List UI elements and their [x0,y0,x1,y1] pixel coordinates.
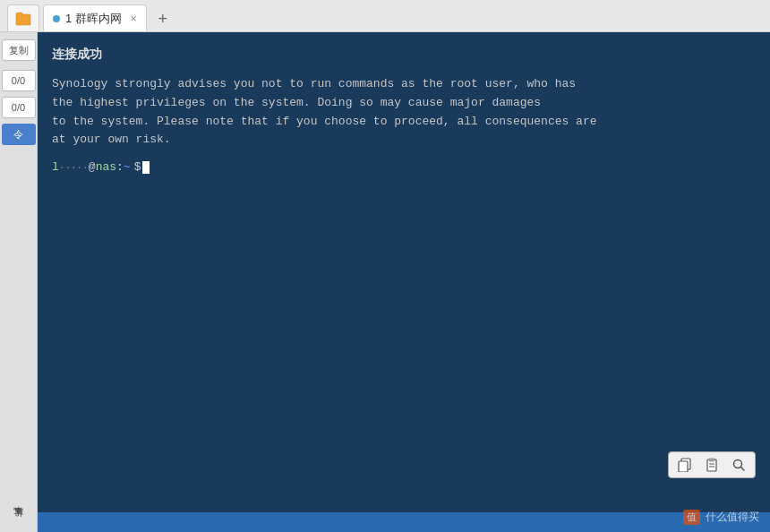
tab-session[interactable]: 1 群晖内网 × [43,4,147,31]
collapse-arrow[interactable]: ▼ [13,503,25,518]
counter-2: 0/0 [2,97,36,118]
cursor [142,161,150,174]
svg-rect-1 [679,461,688,472]
tab-status-dot [53,15,60,22]
tab-close-button[interactable]: × [131,13,137,25]
watermark: 值 什么值得买 [683,510,759,525]
tab-bar: 1 群晖内网 × + [0,0,770,32]
cmd-button[interactable]: 令 [2,124,36,145]
connected-message: 连接成功 [52,47,756,63]
tab-label: 1 群晖内网 [65,11,122,27]
main-area: 复制 0/0 0/0 令 ▼ 本机 连接成功 Synology strongly… [0,32,770,532]
watermark-text: 什么值得买 [706,510,759,525]
prompt-host: nas [96,160,116,174]
prompt-colon: : [116,160,124,174]
terminal-prompt: l····· @ nas : ~ $ [52,160,756,174]
sidebar: 复制 0/0 0/0 令 ▼ 本机 [0,32,38,532]
paste-icon[interactable] [701,455,723,475]
prompt-tilde: ~ [124,160,131,174]
prompt-dollar: $ [134,160,141,174]
counter-1: 0/0 [2,70,36,91]
terminal-output: 连接成功 Synology strongly advises you not t… [38,32,770,512]
svg-rect-3 [709,459,714,461]
svg-line-7 [741,468,745,471]
terminal-input-line[interactable] [38,512,770,532]
warning-text: Synology strongly advises you not to run… [52,75,756,150]
folder-button[interactable] [7,4,39,31]
tab-add-button[interactable]: + [150,6,175,31]
terminal-container: 连接成功 Synology strongly advises you not t… [38,32,770,532]
copy-button[interactable]: 复制 [2,39,36,61]
watermark-badge: 值 [683,510,700,525]
copy-icon[interactable] [674,455,696,475]
terminal-toolbar [668,451,756,478]
prompt-at: @ [89,160,96,174]
prompt-user: l····· [52,160,89,174]
search-icon[interactable] [728,455,749,475]
